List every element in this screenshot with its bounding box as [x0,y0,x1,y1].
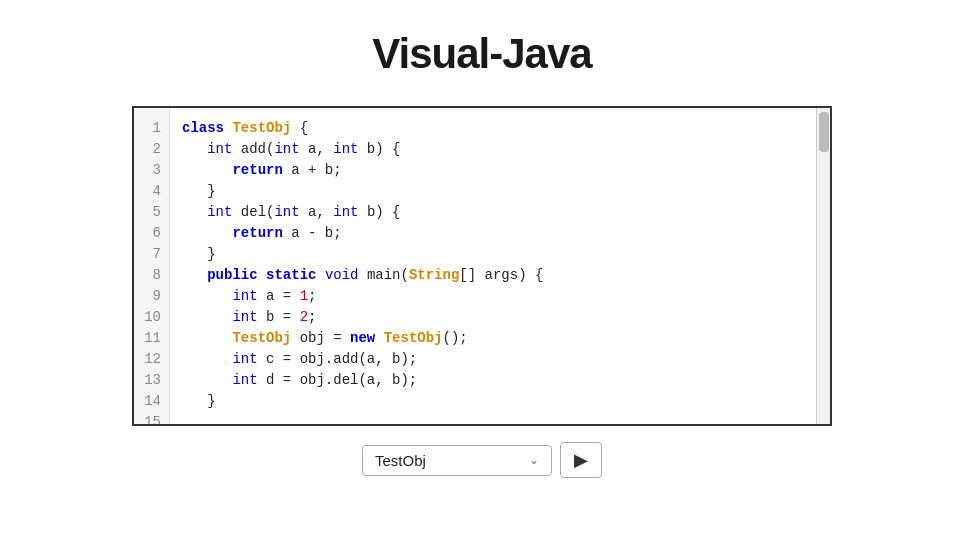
scrollbar-thumb[interactable] [819,112,829,152]
play-icon: ▶ [574,449,588,471]
scrollbar[interactable] [816,108,830,424]
code-editor: 12345678910111213141516 class TestObj { … [132,106,832,426]
dropdown-value: TestObj [375,452,426,469]
class-dropdown[interactable]: TestObj ⌄ [362,445,552,476]
run-button[interactable]: ▶ [560,442,602,478]
code-content: class TestObj { int add(int a, int b) { … [170,108,816,424]
line-numbers: 12345678910111213141516 [134,108,170,424]
chevron-down-icon: ⌄ [529,453,539,467]
bottom-bar: TestObj ⌄ ▶ [362,442,602,478]
page-title: Visual-Java [372,30,591,78]
